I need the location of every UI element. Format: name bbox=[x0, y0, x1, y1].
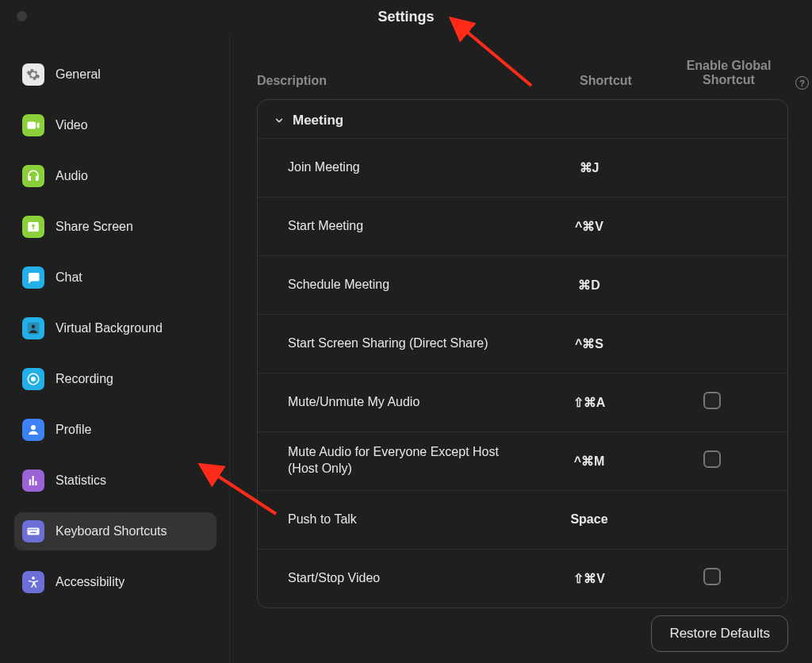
shortcut-key[interactable]: ⇧⌘A bbox=[526, 395, 653, 410]
shortcut-key[interactable]: ⌘D bbox=[526, 278, 653, 293]
shortcut-row: Mute Audio for Everyone Except Host (Hos… bbox=[258, 431, 787, 490]
column-header-row: Description Shortcut Enable Global Short… bbox=[257, 59, 788, 99]
gear-icon bbox=[22, 63, 44, 86]
sidebar-item-label: Accessibility bbox=[56, 575, 124, 589]
record-icon bbox=[22, 368, 44, 390]
help-icon[interactable]: ? bbox=[795, 76, 809, 90]
sidebar-item-general[interactable]: General bbox=[14, 56, 216, 94]
sidebar-item-label: Recording bbox=[56, 372, 113, 386]
svg-point-3 bbox=[31, 377, 36, 381]
shortcut-row: Start Screen Sharing (Direct Share)^⌘S bbox=[258, 314, 787, 373]
shortcut-description: Join Meeting bbox=[288, 159, 526, 176]
shortcut-row: Start Meeting^⌘V bbox=[258, 197, 787, 255]
svg-point-4 bbox=[31, 425, 36, 430]
sidebar-item-label: General bbox=[56, 67, 101, 82]
column-header-shortcut: Shortcut bbox=[542, 74, 669, 88]
column-header-global: Enable Global Shortcut ? bbox=[669, 59, 788, 88]
chat-icon bbox=[22, 266, 44, 289]
global-shortcut-cell bbox=[653, 450, 772, 471]
sidebar-item-profile[interactable]: Profile bbox=[14, 411, 216, 449]
shortcut-key[interactable]: ^⌘S bbox=[526, 336, 653, 351]
keyboard-icon bbox=[22, 520, 44, 542]
sidebar-item-label: Chat bbox=[56, 270, 82, 285]
section-header-meeting[interactable]: Meeting bbox=[258, 100, 787, 138]
shortcut-row: Join Meeting⌘J bbox=[258, 138, 787, 197]
svg-point-1 bbox=[32, 325, 36, 329]
sidebar-item-label: Keyboard Shortcuts bbox=[56, 524, 167, 538]
shortcut-description: Start/Stop Video bbox=[288, 570, 526, 587]
shortcut-description: Start Meeting bbox=[288, 218, 526, 235]
shortcut-row: Start/Stop Video⇧⌘V bbox=[258, 549, 787, 607]
person-icon bbox=[22, 317, 44, 339]
shortcut-row: Push to TalkSpace bbox=[258, 490, 787, 549]
shortcut-key[interactable]: ⇧⌘V bbox=[526, 571, 653, 586]
sidebar-item-audio[interactable]: Audio bbox=[14, 157, 216, 195]
global-shortcut-checkbox[interactable] bbox=[703, 568, 721, 585]
svg-rect-11 bbox=[30, 532, 36, 534]
shortcut-key[interactable]: ⌘J bbox=[526, 160, 653, 175]
shortcut-key[interactable]: ^⌘M bbox=[526, 454, 653, 469]
svg-rect-9 bbox=[34, 529, 36, 531]
sidebar-item-stats[interactable]: Statistics bbox=[14, 462, 216, 500]
global-shortcut-cell bbox=[653, 392, 772, 412]
svg-rect-7 bbox=[30, 529, 32, 531]
svg-point-12 bbox=[32, 577, 35, 580]
profile-icon bbox=[22, 419, 44, 441]
shortcut-description: Mute/Unmute My Audio bbox=[288, 394, 526, 411]
shortcut-description: Schedule Meeting bbox=[288, 277, 526, 293]
shortcut-description: Start Screen Sharing (Direct Share) bbox=[288, 335, 526, 352]
sidebar-item-label: Share Screen bbox=[56, 220, 133, 234]
sidebar: GeneralVideoAudioShare ScreenChatVirtual… bbox=[0, 33, 230, 663]
svg-rect-8 bbox=[33, 529, 34, 531]
accessibility-icon bbox=[22, 571, 44, 593]
column-header-global-label: Enable Global Shortcut bbox=[669, 59, 788, 88]
sidebar-item-label: Video bbox=[56, 118, 88, 132]
sidebar-item-label: Statistics bbox=[56, 473, 106, 488]
shortcut-key[interactable]: Space bbox=[526, 512, 653, 527]
window-title: Settings bbox=[377, 9, 434, 25]
sidebar-item-share[interactable]: Share Screen bbox=[14, 208, 216, 246]
shortcut-description: Mute Audio for Everyone Except Host (Hos… bbox=[288, 444, 526, 477]
shortcut-description: Push to Talk bbox=[288, 512, 526, 528]
sidebar-item-access[interactable]: Accessibility bbox=[14, 563, 216, 601]
sidebar-item-label: Profile bbox=[56, 423, 91, 437]
shortcut-key[interactable]: ^⌘V bbox=[526, 219, 653, 234]
stats-icon bbox=[22, 469, 44, 492]
chevron-down-icon bbox=[274, 115, 285, 126]
sidebar-item-recording[interactable]: Recording bbox=[14, 360, 216, 398]
global-shortcut-cell bbox=[653, 568, 772, 588]
global-shortcut-checkbox[interactable] bbox=[703, 392, 721, 409]
sidebar-item-video[interactable]: Video bbox=[14, 106, 216, 144]
sidebar-item-vbg[interactable]: Virtual Background bbox=[14, 309, 216, 347]
sidebar-item-chat[interactable]: Chat bbox=[14, 259, 216, 297]
shortcuts-panel: Meeting Join Meeting⌘JStart Meeting^⌘VSc… bbox=[257, 99, 788, 608]
restore-defaults-button[interactable]: Restore Defaults bbox=[651, 615, 788, 652]
shortcut-row: Mute/Unmute My Audio⇧⌘A bbox=[258, 373, 787, 431]
share-icon bbox=[22, 216, 44, 238]
sidebar-item-shortcuts[interactable]: Keyboard Shortcuts bbox=[14, 512, 216, 550]
titlebar: Settings bbox=[0, 0, 812, 33]
section-title: Meeting bbox=[293, 113, 343, 128]
content: GeneralVideoAudioShare ScreenChatVirtual… bbox=[0, 33, 812, 663]
window-control-dot[interactable] bbox=[17, 11, 27, 21]
video-icon bbox=[22, 114, 44, 136]
column-header-description: Description bbox=[257, 74, 542, 88]
sidebar-item-label: Virtual Background bbox=[56, 321, 163, 335]
headphones-icon bbox=[22, 165, 44, 187]
shortcut-row: Schedule Meeting⌘D bbox=[258, 255, 787, 314]
svg-rect-5 bbox=[28, 528, 40, 535]
svg-rect-6 bbox=[29, 529, 30, 531]
global-shortcut-checkbox[interactable] bbox=[703, 450, 721, 468]
sidebar-item-label: Audio bbox=[56, 169, 88, 183]
svg-rect-10 bbox=[36, 529, 37, 531]
main-pane: Description Shortcut Enable Global Short… bbox=[230, 33, 812, 663]
